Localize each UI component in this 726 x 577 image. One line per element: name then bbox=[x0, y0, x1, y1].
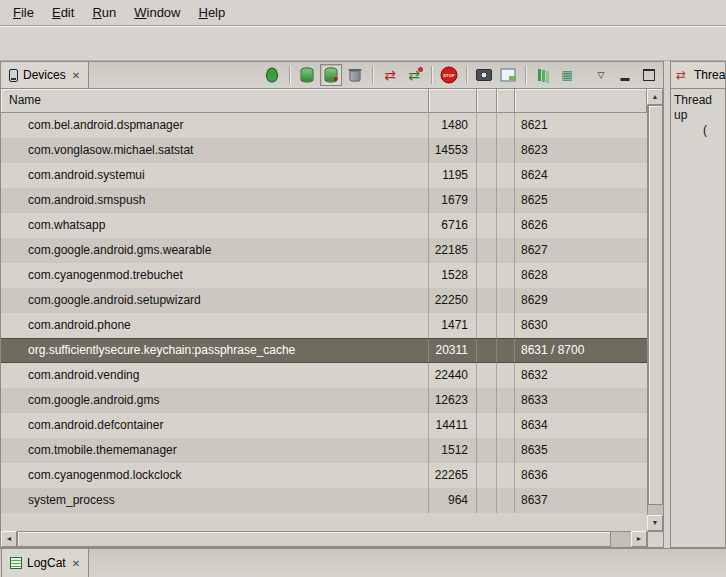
update-threads-icon[interactable] bbox=[379, 64, 401, 86]
stop-process-icon[interactable] bbox=[438, 64, 460, 86]
process-row[interactable]: com.vonglasow.michael.satstat 14553 8623 bbox=[1, 138, 647, 163]
threads-tabbar: Threads bbox=[671, 62, 725, 89]
screen-capture-icon[interactable] bbox=[473, 64, 495, 86]
view-menu-icon[interactable] bbox=[590, 64, 612, 86]
cause-gc-icon[interactable] bbox=[344, 64, 366, 86]
minimize-view-icon[interactable] bbox=[614, 64, 636, 86]
table-filler bbox=[1, 513, 647, 531]
menu-file[interactable]: File bbox=[4, 2, 43, 23]
table-cell-empty bbox=[477, 238, 497, 263]
table-cell-empty bbox=[497, 213, 515, 238]
process-pid: 6716 bbox=[429, 213, 477, 238]
menu-edit[interactable]: Edit bbox=[43, 2, 83, 23]
process-port: 8626 bbox=[515, 213, 647, 238]
table-cell-empty bbox=[497, 113, 515, 138]
scroll-left-arrow-icon[interactable]: ◄ bbox=[1, 531, 17, 547]
process-row[interactable]: org.sufficientlysecure.keychain:passphra… bbox=[1, 338, 647, 363]
process-row[interactable]: com.android.smspush 1679 8625 bbox=[1, 188, 647, 213]
column-header-empty[interactable] bbox=[477, 89, 497, 113]
threads-message-line2: ( bbox=[674, 123, 722, 138]
close-tab-icon[interactable]: ✕ bbox=[71, 70, 80, 81]
scroll-down-arrow-icon[interactable]: ▼ bbox=[647, 515, 663, 531]
menu-run[interactable]: Run bbox=[83, 2, 125, 23]
scrollbar-corner bbox=[647, 531, 663, 547]
process-row[interactable]: com.google.android.gms.wearable 22185 86… bbox=[1, 238, 647, 263]
table-cell-empty bbox=[477, 188, 497, 213]
process-row[interactable]: com.cyanogenmod.trebuchet 1528 8628 bbox=[1, 263, 647, 288]
table-cell-empty bbox=[477, 313, 497, 338]
column-header-name[interactable]: Name bbox=[1, 89, 429, 113]
column-header-empty[interactable] bbox=[497, 89, 515, 113]
table-cell-empty bbox=[477, 263, 497, 288]
toolbar-separator bbox=[466, 66, 467, 84]
tab-devices-label: Devices bbox=[23, 68, 66, 82]
dump-hprof-icon[interactable] bbox=[320, 64, 342, 86]
process-name: com.whatsapp bbox=[1, 213, 429, 238]
process-pid: 12623 bbox=[429, 388, 477, 413]
process-row[interactable]: system_process 964 8637 bbox=[1, 488, 647, 513]
tab-devices[interactable]: Devices ✕ bbox=[1, 62, 89, 88]
logcat-bar: LogCat ✕ bbox=[0, 548, 726, 577]
screen-report-icon[interactable] bbox=[497, 64, 519, 86]
menu-window[interactable]: Window bbox=[125, 2, 189, 23]
process-port: 8627 bbox=[515, 238, 647, 263]
vertical-scrollbar[interactable]: ▲ ▼ bbox=[647, 89, 663, 531]
toolbar-separator bbox=[525, 66, 526, 84]
threads-icon bbox=[676, 69, 689, 82]
process-row[interactable]: com.cyanogenmod.lockclock 22265 8636 bbox=[1, 463, 647, 488]
tab-logcat[interactable]: LogCat ✕ bbox=[1, 549, 89, 577]
devices-tabbar: Devices ✕ bbox=[1, 62, 663, 89]
maximize-view-icon[interactable] bbox=[638, 64, 660, 86]
toolbar-separator bbox=[431, 66, 432, 84]
start-profiling-icon[interactable] bbox=[403, 64, 425, 86]
process-row[interactable]: com.tmobile.thememanager 1512 8635 bbox=[1, 438, 647, 463]
tab-threads[interactable]: Threads bbox=[671, 62, 725, 88]
toolbar-separator bbox=[372, 66, 373, 84]
toolbar-separator bbox=[289, 66, 290, 84]
table-cell-empty bbox=[497, 338, 515, 363]
table-cell-empty bbox=[497, 488, 515, 513]
table-cell-empty bbox=[497, 313, 515, 338]
process-row[interactable]: com.android.vending 22440 8632 bbox=[1, 363, 647, 388]
vertical-scroll-thumb[interactable] bbox=[648, 105, 663, 505]
table-cell-empty bbox=[477, 338, 497, 363]
debug-process-icon[interactable] bbox=[261, 64, 283, 86]
table-cell-empty bbox=[477, 438, 497, 463]
process-row[interactable]: com.bel.android.dspmanager 1480 8621 bbox=[1, 113, 647, 138]
process-row[interactable]: com.android.systemui 1195 8624 bbox=[1, 163, 647, 188]
process-row[interactable]: com.google.android.gms 12623 8633 bbox=[1, 388, 647, 413]
process-table-body: com.bel.android.dspmanager 1480 8621 com… bbox=[1, 113, 647, 513]
process-name: com.tmobile.thememanager bbox=[1, 438, 429, 463]
horizontal-scroll-thumb[interactable] bbox=[17, 531, 611, 547]
process-row[interactable]: com.android.phone 1471 8630 bbox=[1, 313, 647, 338]
close-tab-icon[interactable]: ✕ bbox=[71, 558, 80, 569]
menu-help[interactable]: Help bbox=[189, 2, 234, 23]
table-cell-empty bbox=[497, 238, 515, 263]
process-name: com.android.smspush bbox=[1, 188, 429, 213]
scroll-right-arrow-icon[interactable]: ► bbox=[631, 531, 647, 547]
column-header-pid[interactable] bbox=[429, 89, 477, 113]
process-name: com.google.android.gms bbox=[1, 388, 429, 413]
process-name: com.cyanogenmod.lockclock bbox=[1, 463, 429, 488]
process-pid: 22250 bbox=[429, 288, 477, 313]
process-pid: 1195 bbox=[429, 163, 477, 188]
horizontal-scrollbar[interactable]: ◄ ► bbox=[1, 531, 647, 547]
dump-view-icon[interactable] bbox=[556, 64, 578, 86]
table-cell-empty bbox=[477, 138, 497, 163]
process-name: com.android.vending bbox=[1, 363, 429, 388]
process-table: Name com.bel.android.dspmanager 1480 862… bbox=[1, 89, 663, 547]
process-pid: 1512 bbox=[429, 438, 477, 463]
table-cell-empty bbox=[477, 388, 497, 413]
process-port: 8621 bbox=[515, 113, 647, 138]
process-port: 8631 / 8700 bbox=[515, 338, 647, 363]
process-row[interactable]: com.google.android.setupwizard 22250 862… bbox=[1, 288, 647, 313]
hierarchy-view-icon[interactable] bbox=[532, 64, 554, 86]
devices-toolbar bbox=[261, 62, 663, 88]
process-pid: 14411 bbox=[429, 413, 477, 438]
update-heap-icon[interactable] bbox=[296, 64, 318, 86]
column-header-port[interactable] bbox=[515, 89, 647, 113]
scroll-up-arrow-icon[interactable]: ▲ bbox=[647, 89, 663, 105]
process-row[interactable]: com.android.defcontainer 14411 8634 bbox=[1, 413, 647, 438]
top-toolbar-strip bbox=[0, 26, 726, 61]
process-row[interactable]: com.whatsapp 6716 8626 bbox=[1, 213, 647, 238]
